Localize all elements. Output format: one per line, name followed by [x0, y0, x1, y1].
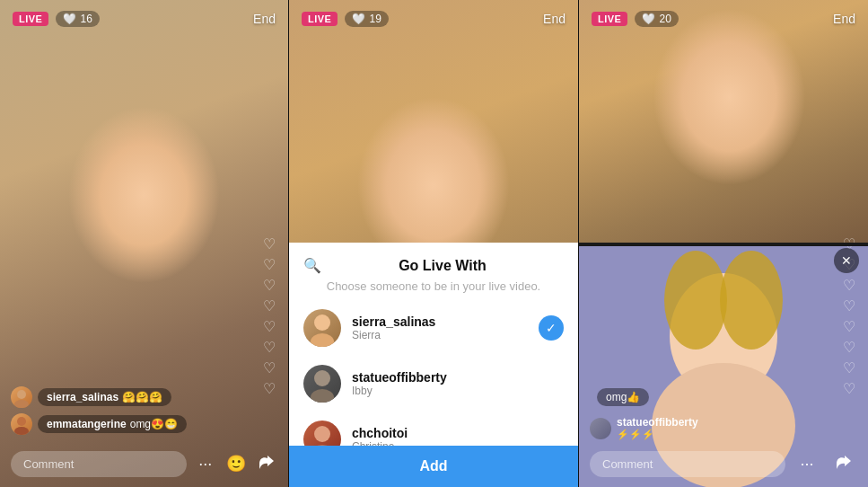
user-info-ibby: statueoffibberty Ibby — [352, 370, 564, 397]
go-live-modal: 🔍 Go Live With Choose someone to be in y… — [289, 243, 578, 487]
user-avatar-ibby — [303, 365, 341, 403]
live-badge-right: LIVE — [592, 12, 627, 26]
chat-msg-2: emmatangerineomg😍😁 — [11, 413, 243, 435]
svg-point-3 — [14, 427, 29, 435]
pip-user-info: statueoffibberty ⚡⚡⚡ — [590, 416, 698, 440]
user-handle-christine: chchoitoi — [352, 426, 564, 440]
chat-username-2: emmatangerine — [47, 418, 127, 430]
end-button-middle[interactable]: End — [543, 12, 566, 26]
user-handle-sierra: sierra_salinas — [352, 314, 528, 329]
user-check-sierra: ✓ — [539, 315, 564, 341]
viewer-number-left: 16 — [80, 13, 92, 25]
modal-search-icon[interactable]: 🔍 — [303, 257, 321, 274]
top-bar-middle: LIVE 🤍 19 End — [289, 0, 578, 38]
bottom-bar-left: ··· 🙂 — [0, 440, 288, 487]
svg-point-16 — [720, 251, 783, 350]
top-left-controls: LIVE 🤍 16 — [13, 11, 100, 27]
pip-user-details: statueoffibberty ⚡⚡⚡ — [617, 416, 698, 440]
chat-msg-1: sierra_salinas🤗🤗🤗 — [11, 386, 243, 408]
hearts-left: ♡ ♡ ♡ ♡ ♡ ♡ ♡ ♡ — [263, 235, 276, 397]
share-left[interactable] — [254, 449, 277, 478]
user-avatar-sierra — [303, 309, 341, 347]
svg-point-7 — [311, 389, 334, 403]
bottom-bar-right: ··· — [579, 440, 868, 487]
pip-user-avatar — [590, 418, 611, 439]
chat-text-2: emmatangerineomg😍😁 — [38, 415, 187, 433]
svg-point-15 — [664, 251, 727, 350]
chat-messages-left: sierra_salinas🤗🤗🤗 emmatangerineomg😍😁 — [11, 386, 243, 440]
viewer-count-right: 🤍 20 — [635, 11, 678, 27]
user-item-ibby[interactable]: statueoffibberty Ibby — [289, 356, 578, 412]
user-info-sierra: sierra_salinas Sierra — [352, 314, 528, 341]
svg-point-1 — [14, 400, 29, 408]
omg-bubble: omg👍 — [597, 388, 649, 406]
more-options-right[interactable]: ··· — [793, 449, 821, 478]
live-badge-left: LIVE — [13, 12, 48, 26]
heart-icon-right: 🤍 — [642, 13, 655, 25]
chat-text-1: sierra_salinas🤗🤗🤗 — [38, 388, 171, 406]
pip-user-handle: statueoffibberty — [617, 416, 698, 429]
face-react-left[interactable]: 🙂 — [224, 449, 248, 478]
viewer-count-left: 🤍 16 — [56, 11, 99, 27]
end-button-right[interactable]: End — [833, 12, 855, 26]
comment-input-left[interactable] — [11, 451, 187, 477]
modal-title: Go Live With — [321, 258, 564, 274]
modal-subtitle: Choose someone to be in your live video. — [289, 274, 578, 300]
end-button-left[interactable]: End — [253, 12, 276, 26]
user-name-sierra: Sierra — [352, 329, 528, 341]
viewer-count-middle: 🤍 19 — [345, 11, 388, 27]
panel-right: LIVE 🤍 20 End ✕ omg👍 ♡ ♡ ♡ ♡ ♡ ♡ ♡ ♡ sta… — [579, 0, 868, 487]
share-right[interactable] — [829, 449, 857, 478]
svg-point-0 — [17, 390, 26, 399]
chat-username-1: sierra_salinas — [47, 391, 118, 403]
pip-divider — [579, 243, 868, 246]
modal-header: 🔍 Go Live With — [289, 243, 578, 274]
close-pip-button[interactable]: ✕ — [834, 248, 859, 273]
top-left-controls-right: LIVE 🤍 20 — [592, 11, 679, 27]
svg-point-5 — [311, 333, 334, 347]
panel-middle: LIVE 🤍 19 End 🔍 Go Live With Choose some… — [289, 0, 579, 487]
live-badge-middle: LIVE — [302, 12, 338, 26]
more-options-left[interactable]: ··· — [194, 449, 217, 478]
svg-point-4 — [314, 314, 330, 331]
user-name-ibby: Ibby — [352, 385, 564, 397]
svg-point-2 — [17, 417, 26, 426]
top-left-controls-middle: LIVE 🤍 19 — [302, 11, 389, 27]
chat-avatar-1 — [11, 386, 32, 408]
viewer-number-right: 20 — [659, 13, 671, 25]
heart-icon-left: 🤍 — [63, 13, 76, 25]
user-item-sierra[interactable]: sierra_salinas Sierra ✓ — [289, 300, 578, 356]
pip-user-emoji: ⚡⚡⚡ — [617, 429, 698, 440]
svg-point-6 — [314, 370, 330, 386]
chat-avatar-2 — [11, 413, 32, 435]
heart-icon-middle: 🤍 — [352, 13, 365, 25]
user-handle-ibby: statueoffibberty — [352, 370, 564, 385]
panel-left: LIVE 🤍 16 End ♡ ♡ ♡ ♡ ♡ ♡ ♡ ♡ sierra_sal… — [0, 0, 289, 487]
add-button[interactable]: Add — [289, 446, 578, 487]
comment-input-right[interactable] — [590, 451, 785, 477]
top-bar-left: LIVE 🤍 16 End — [0, 0, 288, 38]
viewer-number-middle: 19 — [369, 13, 381, 25]
top-bar-right: LIVE 🤍 20 End — [579, 0, 868, 38]
svg-point-8 — [314, 426, 330, 442]
